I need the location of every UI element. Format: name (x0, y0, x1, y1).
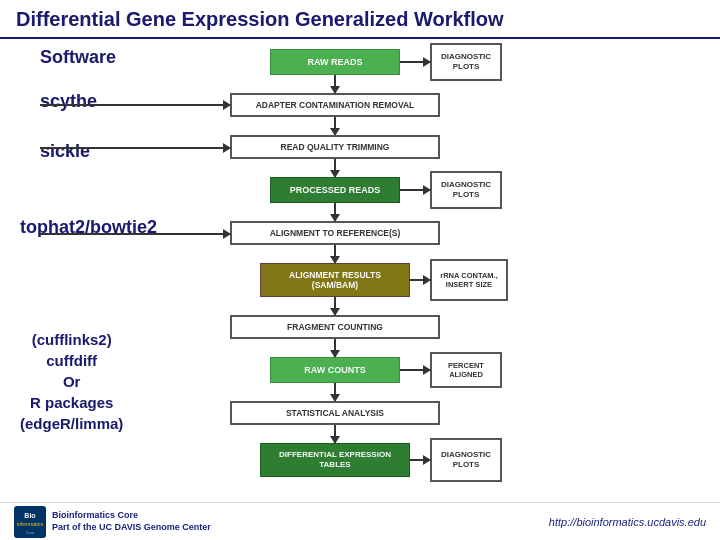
arrow-tophat (40, 233, 230, 235)
box-readquality: READ QUALITY TRIMMING (230, 135, 440, 159)
footer: Bio informatics Core Bioinformatics Core… (0, 502, 720, 540)
box-raw-counts: RAW COUNTS (270, 357, 400, 383)
arrow-rawcounts-down (334, 383, 336, 401)
arrow-diffexp-diag3 (410, 459, 430, 461)
svg-text:informatics: informatics (17, 521, 44, 527)
side-diag2: DIAGNOSTIC PLOTS (430, 171, 502, 209)
arrow-processed-diag2 (400, 189, 430, 191)
box-processed-reads: PROCESSED READS (270, 177, 400, 203)
arrow-rawreads-diag1 (400, 61, 430, 63)
header: Differential Gene Expression Generalized… (0, 0, 720, 39)
footer-logo-text: Bioinformatics Core Part of the UC DAVIS… (52, 510, 211, 533)
bioinformatics-logo-icon: Bio informatics Core (14, 506, 46, 538)
arrow-sickle (40, 147, 230, 149)
box-alignment-results: ALIGNMENT RESULTS (SAM/BAM) (260, 263, 410, 297)
label-scythe: scythe (40, 91, 97, 112)
box-diff-expression: DIFFERENTIAL EXPRESSION TABLES (260, 443, 410, 477)
side-diag1: DIAGNOSTIC PLOTS (430, 43, 502, 81)
box-adapter: ADAPTER CONTAMINATION REMOVAL (230, 93, 440, 117)
arrow-readquality-down (334, 159, 336, 177)
label-software: Software (40, 47, 116, 68)
page-title: Differential Gene Expression Generalized… (16, 8, 504, 30)
arrow-processed-down (334, 203, 336, 221)
box-fragment: FRAGMENT COUNTING (230, 315, 440, 339)
footer-url: http://bioinformatics.ucdavis.edu (549, 516, 706, 528)
arrow-rawreads-down (334, 75, 336, 93)
software-labels: Software scythe sickle tophat2/bowtie2 (… (0, 39, 210, 519)
arrow-fragment-down (334, 339, 336, 357)
label-cufflinks: (cufflinks2) cuffdiff Or R packages (edg… (20, 329, 123, 434)
label-sickle: sickle (40, 141, 90, 162)
side-percent: PERCENT ALIGNED (430, 352, 502, 388)
box-alignment: ALIGNMENT TO REFERENCE(S) (230, 221, 440, 245)
box-raw-reads: RAW READS (270, 49, 400, 75)
main-content: Software scythe sickle tophat2/bowtie2 (… (0, 39, 720, 519)
arrow-statistical-down (334, 425, 336, 443)
side-rrna: rRNA CONTAM., INSERT SIZE (430, 259, 508, 301)
footer-logo: Bio informatics Core Bioinformatics Core… (14, 506, 211, 538)
arrow-rawcounts-percent (400, 369, 430, 371)
page: Differential Gene Expression Generalized… (0, 0, 720, 540)
arrow-alignment-down (334, 245, 336, 263)
arrow-scythe (40, 104, 230, 106)
box-statistical: STATISTICAL ANALYSIS (230, 401, 440, 425)
side-diag3: DIAGNOSTIC PLOTS (430, 438, 502, 482)
workflow-diagram: RAW READS DIAGNOSTIC PLOTS ADAPTER CONTA… (210, 39, 720, 519)
svg-text:Bio: Bio (24, 512, 35, 519)
arrow-adapter-down (334, 117, 336, 135)
svg-text:Core: Core (26, 530, 35, 535)
arrow-alignment-rrna (410, 279, 430, 281)
arrow-alignresults-down (334, 297, 336, 315)
